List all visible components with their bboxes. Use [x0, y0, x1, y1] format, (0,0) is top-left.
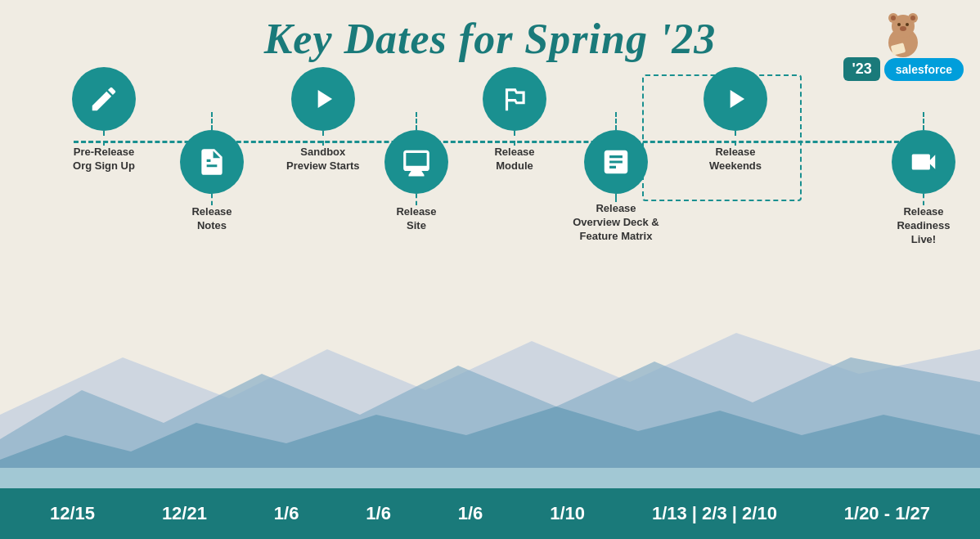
mountain-background	[0, 308, 980, 488]
v-line-7	[735, 131, 736, 146]
timeline-area: Pre-ReleaseOrg Sign Up ReleaseNotes Sand…	[0, 71, 980, 235]
svg-point-8	[891, 16, 896, 20]
v-line-4b	[416, 194, 417, 205]
release-weekends-circle	[704, 67, 767, 131]
release-module-circle	[483, 67, 546, 131]
pre-release-label: Pre-ReleaseOrg Sign Up	[73, 146, 135, 173]
spring-badge: '23	[843, 57, 879, 81]
page-title: Key Dates for Spring '23	[0, 0, 980, 63]
item-release-overview: Release Overview Deck & Feature Matrix	[571, 112, 661, 244]
pre-release-circle	[72, 67, 136, 131]
sandbox-preview-circle	[291, 67, 355, 131]
item-release-module: ReleaseModule	[483, 67, 546, 173]
item-release-weekends: ReleaseWeekends	[704, 67, 767, 173]
v-line-2b	[211, 194, 213, 205]
date-5: 1/6	[458, 503, 483, 524]
v-line-4a	[416, 112, 417, 130]
date-6: 1/10	[550, 503, 585, 524]
v-line-8a	[923, 112, 924, 130]
salesforce-brand: salesforce	[884, 58, 964, 81]
release-notes-circle	[180, 130, 244, 194]
release-readiness-circle	[892, 130, 955, 194]
date-8: 1/20 - 1/27	[844, 503, 930, 524]
date-2: 12/21	[162, 503, 207, 524]
release-notes-label: ReleaseNotes	[191, 205, 232, 233]
date-3: 1/6	[274, 503, 299, 524]
v-line-6a	[615, 112, 617, 130]
release-site-label: ReleaseSite	[396, 205, 436, 233]
item-sandbox-preview: SandboxPreview Starts	[286, 67, 360, 173]
svg-point-9	[910, 16, 915, 20]
release-overview-label: Release Overview Deck & Feature Matrix	[571, 202, 661, 244]
bear-icon	[877, 8, 930, 61]
item-release-readiness: Release Readiness Live!	[892, 112, 955, 247]
v-line-5	[514, 131, 515, 146]
item-release-site: ReleaseSite	[384, 112, 448, 233]
item-release-notes: ReleaseNotes	[180, 112, 244, 233]
svg-point-10	[897, 23, 901, 26]
dates-bar: 12/15 12/21 1/6 1/6 1/6 1/10 1/13 | 2/3 …	[0, 488, 980, 539]
release-weekends-label: ReleaseWeekends	[709, 146, 762, 173]
item-pre-release: Pre-ReleaseOrg Sign Up	[72, 67, 136, 173]
release-readiness-label: Release Readiness Live!	[892, 205, 955, 247]
v-line-3	[322, 131, 324, 146]
release-module-label: ReleaseModule	[494, 146, 534, 173]
release-site-circle	[384, 130, 448, 194]
date-7: 1/13 | 2/3 | 2/10	[652, 503, 777, 524]
corner-logo: '23 salesforce	[843, 8, 964, 81]
v-line-8b	[923, 194, 924, 205]
date-1: 12/15	[50, 503, 95, 524]
v-line-2a	[211, 112, 213, 130]
date-4: 1/6	[366, 503, 391, 524]
svg-rect-3	[0, 468, 980, 488]
svg-point-11	[906, 23, 909, 26]
svg-point-12	[900, 26, 906, 31]
release-overview-circle	[584, 130, 648, 194]
v-line-1	[103, 131, 105, 146]
v-line-6b	[615, 194, 617, 202]
sandbox-preview-label: SandboxPreview Starts	[286, 146, 360, 173]
